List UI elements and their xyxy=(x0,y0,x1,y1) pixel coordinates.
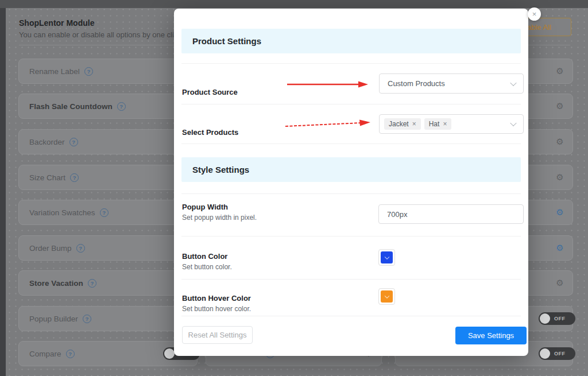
product-source-select[interactable]: Custom Products xyxy=(379,73,524,94)
product-source-label: Product Source xyxy=(182,88,238,97)
module-toggle-off[interactable]: OFF xyxy=(539,312,575,325)
module-card-order-bump[interactable]: Order Bump ? ⚙ xyxy=(18,235,198,261)
button-color-picker[interactable] xyxy=(378,249,395,266)
module-label: Store Vacation xyxy=(29,279,83,288)
annotation-arrow xyxy=(284,119,376,129)
divider xyxy=(181,279,521,280)
module-label: Variation Swatches xyxy=(29,208,95,217)
popup-width-label: Popup Width Set popup width in pixel. xyxy=(182,203,257,222)
popup-width-title: Popup Width xyxy=(182,203,257,212)
toggle-knob xyxy=(540,313,550,324)
help-icon[interactable]: ? xyxy=(84,67,93,76)
help-icon[interactable]: ? xyxy=(88,279,96,288)
module-label: Backorder xyxy=(29,138,65,146)
module-card-popup-builder[interactable]: Popup Builder ? ⚙ xyxy=(18,306,198,331)
module-card-compare[interactable]: Compare ? OFF xyxy=(18,341,198,366)
tag-text: Hat xyxy=(429,120,440,128)
tag-text: Jacket xyxy=(389,120,409,128)
chevron-down-icon xyxy=(510,79,516,86)
reset-all-settings-button[interactable]: Reset All Settings xyxy=(182,326,253,344)
gear-icon[interactable]: ⚙ xyxy=(555,278,564,288)
button-hover-color-picker[interactable] xyxy=(378,288,395,305)
help-icon[interactable]: ? xyxy=(83,315,91,323)
module-label: Size Chart xyxy=(29,173,65,182)
selected-product-tag[interactable]: Jacket × xyxy=(384,118,421,130)
divider xyxy=(181,316,521,316)
module-label: Rename Label xyxy=(29,67,80,76)
help-icon[interactable]: ? xyxy=(76,244,85,253)
gear-icon[interactable]: ⚙ xyxy=(555,208,564,217)
chevron-down-icon xyxy=(384,293,389,298)
gear-icon[interactable]: ⚙ xyxy=(555,173,564,182)
close-icon[interactable]: × xyxy=(528,7,541,21)
module-card-backorder[interactable]: Backorder ? ⚙ xyxy=(18,129,198,154)
section-header-style-settings: Style Settings xyxy=(181,157,521,182)
toggle-off-label: OFF xyxy=(554,312,566,325)
settings-modal: × Product Settings Product Source Custom… xyxy=(174,9,528,356)
button-hover-color-label: Button Hover Color Set button hover colo… xyxy=(182,294,251,313)
module-card-size-chart[interactable]: Size Chart ? ⚙ xyxy=(18,165,198,190)
button-hover-color-help: Set button hover color. xyxy=(182,304,251,313)
select-products-label: Select Products xyxy=(182,128,238,137)
button-hover-color-title: Button Hover Color xyxy=(182,294,251,303)
help-icon[interactable]: ? xyxy=(66,350,75,358)
product-source-value: Custom Products xyxy=(388,79,445,88)
button-color-label: Button Color Set button color. xyxy=(182,252,232,272)
color-swatch xyxy=(381,251,393,263)
divider xyxy=(181,193,521,194)
popup-width-help: Set popup width in pixel. xyxy=(182,213,257,222)
chevron-down-icon xyxy=(510,120,516,126)
divider xyxy=(181,236,521,237)
divider xyxy=(181,104,521,104)
selected-product-tag[interactable]: Hat × xyxy=(424,118,452,130)
module-card-variation-swatches[interactable]: Variation Swatches ? ⚙ xyxy=(18,200,198,225)
module-label: Popup Builder xyxy=(29,315,78,323)
help-icon[interactable]: ? xyxy=(117,102,126,111)
popup-width-input[interactable] xyxy=(378,204,524,224)
admin-top-bar xyxy=(0,0,588,8)
module-toggle-off[interactable]: OFF xyxy=(539,347,575,360)
gear-icon[interactable]: ⚙ xyxy=(555,243,564,253)
page: ShopLentor Module You can enable or disa… xyxy=(0,0,588,376)
page-title: ShopLentor Module xyxy=(19,18,94,28)
save-settings-button[interactable]: Save Settings xyxy=(455,327,527,344)
gear-icon[interactable]: ⚙ xyxy=(555,102,564,111)
module-card-rename-label[interactable]: Rename Label ? ⚙ xyxy=(18,59,198,84)
remove-tag-icon[interactable]: × xyxy=(443,120,447,128)
page-subtitle: You can enable or disable all options by… xyxy=(19,30,183,39)
admin-side-strip xyxy=(0,8,6,376)
button-color-help: Set button color. xyxy=(182,262,232,272)
remove-tag-icon[interactable]: × xyxy=(412,120,416,128)
module-label: Compare xyxy=(29,350,61,358)
module-card-flash-sale-countdown[interactable]: Flash Sale Countdown ? ⚙ xyxy=(18,94,198,119)
divider xyxy=(181,144,521,144)
button-color-title: Button Color xyxy=(182,252,232,261)
help-icon[interactable]: ? xyxy=(69,138,78,146)
help-icon[interactable]: ? xyxy=(70,173,79,182)
color-swatch xyxy=(381,290,393,303)
help-icon[interactable]: ? xyxy=(100,208,109,217)
select-products-multiselect[interactable]: Jacket × Hat × xyxy=(379,114,524,134)
divider xyxy=(181,63,521,64)
toggle-knob xyxy=(164,348,175,359)
toggle-off-label: OFF xyxy=(554,347,566,360)
toggle-knob xyxy=(540,348,550,359)
module-label: Order Bump xyxy=(29,244,72,253)
gear-icon[interactable]: ⚙ xyxy=(555,137,564,146)
annotation-arrow xyxy=(286,80,369,88)
section-header-product-settings: Product Settings xyxy=(181,29,521,53)
gear-icon[interactable]: ⚙ xyxy=(555,67,564,76)
module-card-store-vacation[interactable]: Store Vacation ? ⚙ xyxy=(18,270,198,296)
chevron-down-icon xyxy=(384,254,389,259)
module-label: Flash Sale Countdown xyxy=(29,102,113,111)
